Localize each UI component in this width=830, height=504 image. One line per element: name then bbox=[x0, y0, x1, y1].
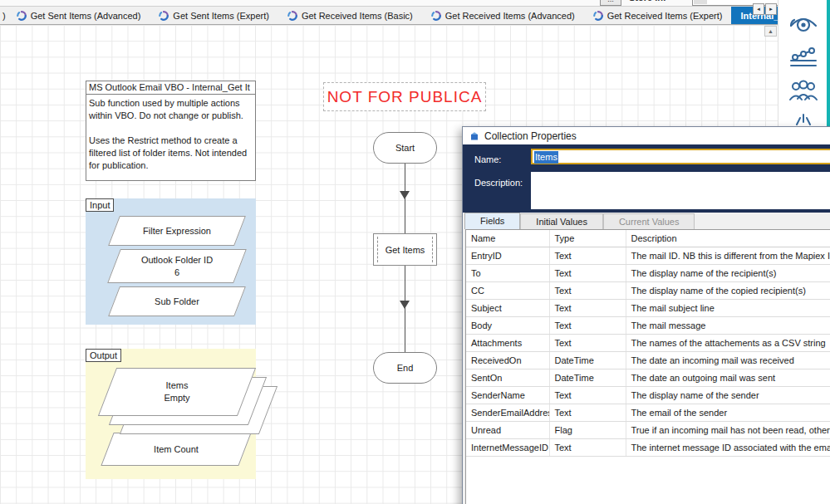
table-cell: DateTime bbox=[549, 352, 626, 369]
tab-scroll-right-button[interactable]: ► bbox=[765, 3, 777, 15]
get-items-page-node[interactable]: Get Items bbox=[373, 233, 437, 266]
description-input[interactable] bbox=[531, 172, 830, 209]
column-header-name[interactable]: Name bbox=[466, 230, 549, 247]
tab-get-sent-items-advanced[interactable]: Get Sent Items (Advanced) bbox=[7, 7, 150, 24]
note-stage[interactable]: MS Outlook Email VBO - Internal_Get It S… bbox=[86, 81, 256, 181]
table-cell: The mail ID. NB this is different from t… bbox=[626, 247, 830, 265]
swirl-icon bbox=[593, 11, 603, 21]
column-header-type[interactable]: Type bbox=[549, 230, 626, 247]
tab-get-sent-items-expert[interactable]: Get Sent Items (Expert) bbox=[150, 7, 278, 24]
page-tab-bar: ) Get Sent Items (Advanced) Get Sent Ite… bbox=[0, 7, 781, 25]
swirl-icon bbox=[17, 11, 27, 21]
fields-table-body: EntryIDTextThe mail ID. NB this is diffe… bbox=[466, 247, 830, 457]
table-cell: Text bbox=[549, 300, 626, 317]
table-row[interactable]: SenderNameTextThe display name of the se… bbox=[466, 387, 830, 404]
table-cell: The mail subject line bbox=[626, 300, 830, 317]
note-body: Sub function used by multiple actions wi… bbox=[86, 95, 255, 174]
tab-get-received-items-expert[interactable]: Get Received Items (Expert) bbox=[584, 7, 732, 24]
name-input-selected-text: Items bbox=[534, 151, 558, 164]
name-label: Name: bbox=[474, 154, 501, 164]
table-cell: Text bbox=[549, 265, 626, 282]
page-node-dashed-edge bbox=[432, 237, 433, 262]
column-header-description[interactable]: Description bbox=[626, 230, 830, 247]
table-cell: To bbox=[466, 265, 549, 282]
input-param-outlook-folder-id[interactable]: Outlook Folder ID 6 bbox=[107, 249, 247, 283]
table-row[interactable]: InternetMessageIDTextThe internet messag… bbox=[466, 439, 830, 457]
table-row[interactable]: AttachmentsTextThe names of the attachem… bbox=[466, 335, 830, 352]
flow-link[interactable] bbox=[405, 266, 405, 352]
table-row[interactable]: UnreadFlagTrue if an incoming mail has n… bbox=[466, 422, 830, 439]
table-row[interactable]: SenderEmailAddressTextThe email of the s… bbox=[466, 404, 830, 422]
end-node[interactable]: End bbox=[373, 352, 437, 384]
table-cell: Body bbox=[466, 317, 549, 335]
table-cell: SentOn bbox=[466, 369, 549, 387]
action-label: Get Items bbox=[386, 245, 425, 255]
tab-get-received-items-advanced[interactable]: Get Received Items (Advanced) bbox=[422, 7, 584, 24]
input-group-block[interactable]: Input Filter Expression Outlook Folder I… bbox=[86, 198, 256, 325]
table-row[interactable]: SubjectTextThe mail subject line bbox=[466, 300, 830, 317]
ellipsis-button[interactable]: ... bbox=[600, 0, 621, 6]
trend-icon[interactable] bbox=[788, 43, 819, 71]
tab-scroll-left-button[interactable]: ◄ bbox=[753, 3, 764, 15]
table-cell: Attachments bbox=[466, 335, 549, 352]
dialog-title: Collection Properties bbox=[484, 130, 577, 142]
page-node-dashed-edge bbox=[377, 237, 378, 262]
swirl-icon bbox=[287, 11, 297, 21]
people-icon[interactable] bbox=[788, 76, 819, 105]
dialog-header-panel: Name: Items Description: bbox=[463, 144, 830, 213]
table-row[interactable]: ToTextThe display name of the recipient(… bbox=[466, 265, 830, 282]
table-cell: Text bbox=[549, 404, 626, 422]
table-cell: Flag bbox=[549, 422, 626, 439]
tab-label: Get Received Items (Basic) bbox=[302, 11, 413, 21]
description-label: Description: bbox=[474, 178, 523, 188]
top-toolbar-strip: ... Store In: ▾ bbox=[0, 0, 778, 7]
table-cell: Text bbox=[549, 335, 626, 352]
tab-label: Get Sent Items (Expert) bbox=[173, 11, 269, 21]
input-param-sub-folder[interactable]: Sub Folder bbox=[108, 286, 246, 316]
tab-initial-values[interactable]: Initial Values bbox=[520, 213, 603, 229]
table-cell: The display name of the copied recipient… bbox=[626, 282, 830, 300]
table-cell: The date an incoming mail was received bbox=[626, 352, 830, 369]
param-label: Item Count bbox=[108, 433, 244, 465]
fields-table: Name Type Description EntryIDTextThe mai… bbox=[466, 230, 830, 457]
tab-label: Get Received Items (Expert) bbox=[607, 11, 723, 21]
warning-stage[interactable]: NOT FOR PUBLICA bbox=[323, 82, 486, 111]
tab-get-received-items-basic[interactable]: Get Received Items (Basic) bbox=[278, 7, 422, 24]
output-group-label: Output bbox=[86, 349, 121, 362]
collection-properties-dialog: Collection Properties Name: Items Descri… bbox=[462, 126, 830, 504]
table-cell: The mail message bbox=[626, 317, 830, 335]
note-title: MS Outlook Email VBO - Internal_Get It bbox=[86, 81, 255, 95]
combo-dropdown-icon[interactable]: ▾ bbox=[694, 0, 707, 4]
clipped-tab[interactable]: ) bbox=[0, 7, 7, 24]
table-row[interactable]: CCTextThe display name of the copied rec… bbox=[466, 282, 830, 300]
output-group-block[interactable]: Output Items Empty Item Count bbox=[86, 349, 256, 479]
window-edge-accent bbox=[827, 0, 830, 126]
dialog-titlebar[interactable]: Collection Properties bbox=[463, 127, 830, 144]
table-row[interactable]: ReceivedOnDateTimeThe date an incoming m… bbox=[466, 352, 830, 369]
output-param-item-count[interactable]: Item Count bbox=[101, 433, 251, 466]
tab-current-values[interactable]: Current Values bbox=[603, 213, 695, 229]
watch-icon[interactable] bbox=[788, 8, 819, 37]
table-row[interactable]: SentOnDateTimeThe date an outgoing mail … bbox=[466, 369, 830, 387]
table-header-row: Name Type Description bbox=[466, 230, 830, 247]
output-collection-items[interactable]: Items Empty bbox=[98, 368, 256, 416]
name-input[interactable]: Items bbox=[531, 149, 830, 164]
param-label: Outlook Folder ID 6 bbox=[115, 250, 239, 282]
collection-icon bbox=[469, 131, 479, 141]
store-in-label: Store In: bbox=[629, 0, 666, 2]
table-cell: CC bbox=[466, 282, 549, 300]
table-cell: InternetMessageID bbox=[466, 439, 549, 457]
param-label: Filter Expression bbox=[115, 217, 239, 245]
fields-table-container: Name Type Description EntryIDTextThe mai… bbox=[465, 229, 830, 504]
table-cell: SenderName bbox=[466, 387, 549, 404]
table-cell: True if an incoming mail has not been re… bbox=[626, 422, 830, 439]
input-param-filter-expression[interactable]: Filter Expression bbox=[108, 216, 246, 246]
start-node[interactable]: Start bbox=[373, 132, 437, 164]
canvas-scroll-up-button[interactable]: ▲ bbox=[764, 26, 777, 37]
tab-fields[interactable]: Fields bbox=[464, 213, 520, 229]
table-row[interactable]: EntryIDTextThe mail ID. NB this is diffe… bbox=[466, 247, 830, 265]
table-row[interactable]: BodyTextThe mail message bbox=[466, 317, 830, 335]
flow-arrowhead-icon bbox=[400, 301, 410, 309]
input-group-label: Input bbox=[86, 198, 114, 212]
tab-label: Get Received Items (Advanced) bbox=[445, 11, 575, 21]
